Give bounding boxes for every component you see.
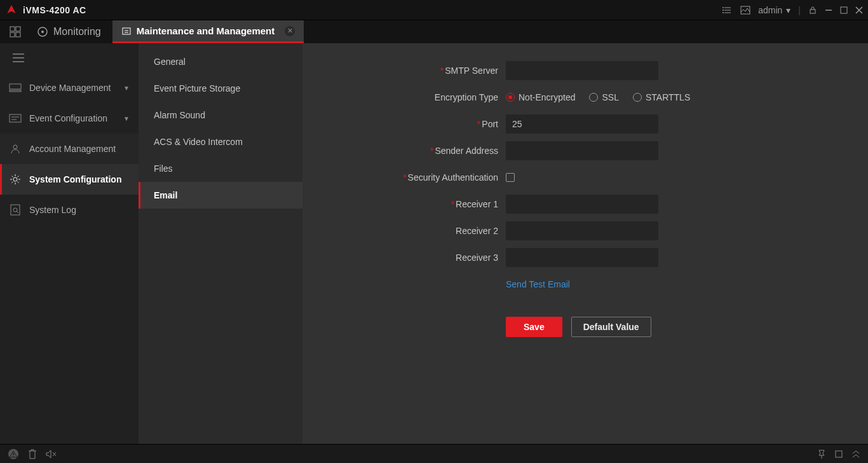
svg-point-11: [41, 31, 44, 33]
input-receiver2[interactable]: [506, 221, 658, 240]
tab-strip: Monitoring Maintenance and Management ✕: [0, 20, 868, 43]
svg-rect-6: [10, 27, 15, 31]
subnav-email[interactable]: Email: [139, 182, 302, 209]
minimize-icon[interactable]: [825, 6, 832, 14]
title-bar: iVMS-4200 AC admin ▾ |: [0, 0, 868, 20]
pin-icon[interactable]: [817, 450, 826, 459]
checkbox-security-auth[interactable]: [506, 173, 515, 182]
link-send-test-email[interactable]: Send Test Email: [506, 279, 570, 289]
app-title: iVMS-4200 AC: [23, 5, 86, 15]
label-receiver2: Receiver 2: [302, 226, 506, 236]
input-receiver3[interactable]: [506, 248, 658, 267]
subnav-acs-video-intercom[interactable]: ACS & Video Intercom: [139, 128, 302, 155]
svg-rect-8: [10, 32, 15, 37]
subnav-event-picture-storage[interactable]: Event Picture Storage: [139, 75, 302, 102]
svg-point-16: [13, 145, 17, 149]
chevron-down-icon: ▼: [123, 85, 130, 92]
svg-rect-9: [16, 32, 20, 37]
tab-monitoring[interactable]: Monitoring: [25, 20, 112, 43]
subnav-files[interactable]: Files: [139, 155, 302, 182]
label-receiver3: Receiver 3: [302, 252, 506, 263]
maintenance-icon: [121, 26, 132, 36]
save-button[interactable]: Save: [506, 317, 562, 337]
radio-starttls[interactable]: STARTTLS: [633, 92, 690, 102]
subnav-alarm-sound[interactable]: Alarm Sound: [139, 102, 302, 128]
sidebar-item-system-configuration[interactable]: System Configuration: [0, 164, 139, 195]
user-dropdown[interactable]: admin ▾: [758, 5, 790, 15]
alert-icon[interactable]: [8, 448, 19, 460]
svg-rect-4: [810, 10, 815, 13]
tab-maintenance-label: Maintenance and Management: [137, 25, 275, 36]
user-name: admin: [758, 5, 782, 15]
chevron-down-icon: ▼: [123, 115, 130, 122]
default-value-button[interactable]: Default Value: [571, 317, 651, 337]
grid-view-icon[interactable]: [5, 20, 25, 43]
input-sender-address[interactable]: [506, 141, 658, 160]
chevron-down-icon: ▾: [786, 5, 790, 15]
maximize-icon[interactable]: [840, 6, 848, 14]
content-area: *SMTP Server Encryption Type Not-Encrypt…: [302, 43, 868, 444]
primary-sidebar: Device Management ▼ Event Configuration …: [0, 43, 139, 444]
sidebar-item-event-configuration[interactable]: Event Configuration ▼: [0, 103, 139, 134]
event-icon: [9, 112, 22, 125]
svg-point-0: [722, 7, 724, 8]
lock-icon[interactable]: [808, 6, 817, 15]
label-security-auth: *Security Authentication: [302, 172, 506, 183]
user-icon: [9, 142, 22, 155]
svg-point-2: [722, 12, 724, 13]
subnav-general[interactable]: General: [139, 48, 302, 75]
svg-rect-14: [10, 90, 21, 92]
label-encryption-type: Encryption Type: [302, 92, 506, 102]
svg-rect-22: [13, 456, 13, 457]
hamburger-icon[interactable]: [0, 43, 139, 73]
sidebar-item-device-management[interactable]: Device Management ▼: [0, 73, 139, 103]
svg-rect-15: [10, 114, 21, 122]
sidebar-item-label: Device Management: [29, 83, 111, 93]
tab-maintenance[interactable]: Maintenance and Management ✕: [112, 20, 304, 43]
svg-rect-7: [16, 27, 20, 31]
svg-rect-23: [836, 451, 842, 457]
input-receiver1[interactable]: [506, 195, 658, 214]
svg-point-17: [13, 177, 17, 181]
label-sender-address: *Sender Address: [302, 146, 506, 156]
svg-rect-12: [123, 28, 130, 34]
svg-rect-5: [841, 7, 847, 13]
svg-rect-18: [11, 205, 20, 215]
trash-icon[interactable]: [28, 449, 37, 459]
device-icon: [9, 81, 22, 94]
image-icon[interactable]: [740, 5, 750, 15]
sidebar-item-label: System Configuration: [29, 174, 121, 184]
label-receiver1: *Receiver 1: [302, 199, 506, 209]
expand-up-icon[interactable]: [851, 450, 860, 458]
status-bar: [0, 444, 868, 463]
restore-icon[interactable]: [835, 450, 843, 458]
radio-ssl[interactable]: SSL: [589, 92, 618, 102]
secondary-sidebar: General Event Picture Storage Alarm Soun…: [139, 43, 302, 444]
close-icon[interactable]: [855, 6, 863, 14]
svg-rect-13: [10, 84, 21, 89]
list-icon[interactable]: [722, 5, 733, 15]
input-smtp-server[interactable]: [506, 61, 658, 80]
label-smtp-server: *SMTP Server: [302, 66, 506, 76]
tab-monitoring-label: Monitoring: [53, 26, 101, 38]
label-port: *Port: [302, 119, 506, 129]
svg-rect-21: [13, 453, 13, 455]
svg-point-1: [722, 10, 724, 11]
tab-close-icon[interactable]: ✕: [285, 26, 295, 36]
radio-not-encrypted[interactable]: Not-Encrypted: [506, 92, 575, 102]
gear-icon: [9, 173, 22, 186]
sidebar-item-label: Account Management: [29, 144, 116, 154]
sidebar-item-label: System Log: [29, 205, 76, 215]
mute-icon[interactable]: [46, 450, 57, 459]
input-port[interactable]: [506, 114, 658, 134]
sidebar-item-system-log[interactable]: System Log: [0, 195, 139, 225]
log-icon: [9, 204, 22, 216]
monitoring-icon: [37, 26, 48, 38]
app-logo-icon: [5, 4, 18, 17]
sidebar-item-label: Event Configuration: [29, 113, 107, 123]
sidebar-item-account-management[interactable]: Account Management: [0, 134, 139, 164]
